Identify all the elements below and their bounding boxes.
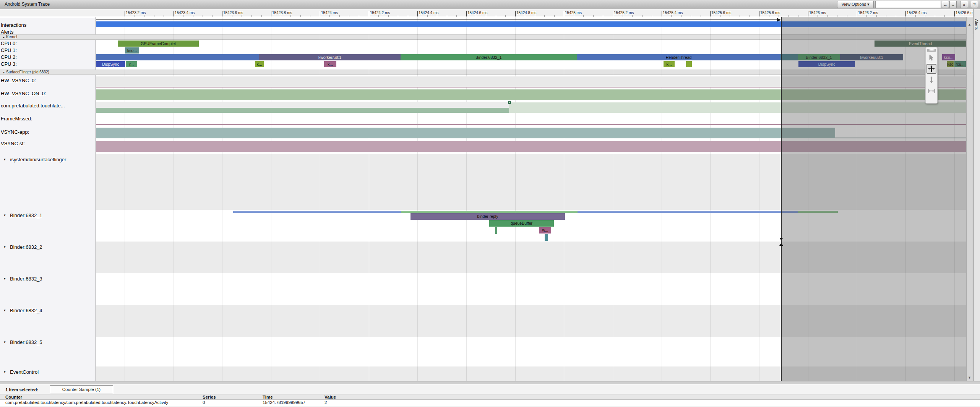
row-label-interactions: Interactions [1, 22, 26, 28]
expand-arrow-icon[interactable]: ▾ [4, 370, 6, 374]
flow-line-segment [401, 211, 578, 213]
section-label-binder-6832-2[interactable]: ▾Binder:6832_2 [0, 244, 42, 250]
trace-slice[interactable]: kworker/u8:1 [259, 54, 401, 60]
section-label-text: Binder:6832_4 [10, 308, 42, 313]
section-label-text: Binder:6832_2 [10, 244, 42, 250]
counter-label: com.prefabulated.touchlate... [1, 103, 65, 109]
section-label-text: Binder:6832_1 [10, 212, 42, 218]
expand-arrow-icon[interactable]: ▾ [4, 213, 6, 217]
trace-slice[interactable]: queueBuffer [489, 220, 554, 227]
timing-mode-button[interactable] [926, 86, 936, 96]
tab-counter-sample[interactable]: Counter Sample (1) [50, 385, 113, 394]
trace-slice[interactable]: k... [664, 61, 675, 67]
find-previous-button[interactable]: ← [942, 1, 949, 8]
section-label-binder-6832-5[interactable]: ▾Binder:6832_5 [0, 339, 42, 345]
section-label-binder-6832-4[interactable]: ▾Binder:6832_4 [0, 308, 42, 313]
view-options-button[interactable]: View Options ▾ [837, 1, 874, 8]
ruler-tick: 15424.6 ms [466, 11, 487, 16]
trace-slice[interactable]: k... [255, 61, 264, 67]
expand-arrow-icon[interactable]: ▾ [4, 245, 6, 249]
ruler-tick: 15425 ms [564, 11, 582, 16]
expand-arrow-icon[interactable]: ▾ [4, 157, 6, 161]
counter-track-vsync-app[interactable] [96, 128, 835, 138]
column-value: Value [325, 395, 336, 399]
column-series: Series [203, 395, 216, 399]
ruler-tick: 15425.8 ms [759, 11, 780, 16]
analysis-panel: 1 item selected: Counter Sample (1) Coun… [0, 384, 980, 407]
select-mode-button[interactable] [926, 53, 936, 63]
alerts-side-panel[interactable]: Alerts [973, 9, 980, 381]
expand-arrow-icon[interactable]: ▾ [4, 277, 6, 281]
mouse-mode-toolbar [925, 47, 938, 104]
trace-slice[interactable] [495, 227, 497, 234]
counter-label: VSYNC-app: [1, 129, 29, 135]
trace-slice[interactable]: k... [324, 61, 336, 67]
trace-slice[interactable]: kso... [125, 47, 139, 54]
pan-mode-button[interactable] [926, 64, 936, 74]
vertical-scrollbar[interactable]: ▲ ▼ [966, 17, 973, 381]
expand-arrow-icon[interactable]: ▾ [4, 308, 6, 312]
selection-marker-line[interactable] [781, 17, 782, 381]
trace-slice[interactable]: DispSync [96, 61, 125, 67]
ruler-tick: 15426.4 ms [905, 11, 926, 16]
selected-counter-sample-marker[interactable] [508, 101, 511, 104]
section-label-binder-6832-1[interactable]: ▾Binder:6832_1 [0, 212, 42, 218]
track-viewport[interactable]: ▸Kernel ▾SurfaceFlinger (pid 6832) Inter… [0, 17, 980, 381]
trace-slice[interactable]: GPUFrameComplet [118, 41, 199, 47]
analysis-table-header: Counter Series Time Value [0, 394, 980, 400]
trace-slice[interactable] [686, 61, 692, 67]
cell-value: 2 [325, 400, 327, 405]
selection-summary: 1 item selected: [5, 388, 38, 392]
trace-slice[interactable]: Binder:6832_1 [401, 54, 577, 60]
cursor-arrow-icon [929, 55, 934, 61]
trace-slice[interactable] [545, 234, 548, 241]
ruler-tick: 15423.6 ms [222, 11, 243, 16]
collapse-arrow-icon: ▸ [3, 36, 5, 39]
ruler-tick: 15425.4 ms [662, 11, 683, 16]
section-label--system-bin-surfaceflinger[interactable]: ▾/system/bin/surfaceflinger [0, 157, 66, 162]
ruler-tick: 15423.8 ms [271, 11, 292, 16]
pan-move-icon [928, 65, 935, 72]
toolbar-drag-grip[interactable] [927, 49, 936, 52]
ruler-tick: 15424.8 ms [515, 11, 536, 16]
ruler-tick: 15423.4 ms [174, 11, 195, 16]
section-label-text: /system/bin/surfaceflinger [10, 157, 66, 162]
scroll-down-icon[interactable]: ▼ [968, 376, 971, 379]
counter-label: HW_VSYNC_0: [1, 78, 36, 83]
ruler-tick: 15424.4 ms [417, 11, 438, 16]
trace-slice[interactable]: w... [539, 227, 551, 233]
section-label-binder-6832-3[interactable]: ▾Binder:6832_3 [0, 276, 42, 282]
analysis-table-row[interactable]: com.prefabulated.touchlatency/com.prefab… [0, 400, 980, 406]
help-button[interactable]: ? [971, 1, 978, 8]
section-label-eventcontrol[interactable]: ▾EventControl [0, 369, 39, 375]
search-input[interactable] [875, 1, 941, 8]
find-next-button[interactable]: → [949, 1, 957, 8]
panel-resize-divider[interactable] [0, 381, 980, 384]
trace-slice[interactable] [96, 54, 259, 60]
zoom-mode-button[interactable] [926, 75, 936, 85]
ruler-tick: 15426.2 ms [857, 11, 878, 16]
marker-handle-bottom-icon[interactable] [779, 243, 783, 246]
marker-handle-top-icon[interactable] [779, 238, 783, 240]
expand-arrow-icon[interactable]: ▾ [4, 340, 6, 344]
trace-slice[interactable]: RenderThread [577, 54, 780, 60]
android-system-trace-window: Android System Trace View Options ▾ ← → … [0, 0, 980, 407]
ruler-tick: 15423.2 ms [125, 11, 146, 16]
counter-track-touchlatency-value[interactable] [96, 108, 509, 113]
timing-range-icon [928, 89, 935, 93]
ruler-tick: 15425.6 ms [710, 11, 731, 16]
section-label-text: EventControl [10, 369, 39, 375]
timeline-ruler[interactable]: 15423.2 ms15423.4 ms15423.6 ms15423.8 ms… [0, 9, 973, 17]
expand-arrow-icon: ▾ [3, 71, 5, 74]
alerts-tab-label[interactable]: Alerts [974, 19, 979, 30]
row-label-cpu-0-: CPU 0: [1, 41, 17, 46]
metadata-button[interactable]: » [960, 1, 968, 8]
section-label-text: Binder:6832_5 [10, 339, 42, 345]
scroll-up-icon[interactable]: ▲ [968, 23, 971, 26]
cell-series: 0 [203, 400, 205, 405]
trace-slice[interactable]: r... [126, 61, 137, 67]
window-titlebar: Android System Trace View Options ▾ ← → … [0, 0, 980, 9]
counter-track-touchlatency-bg[interactable] [96, 102, 509, 108]
flow-line-segment [233, 211, 401, 213]
trace-slice[interactable]: binder reply [410, 213, 565, 220]
